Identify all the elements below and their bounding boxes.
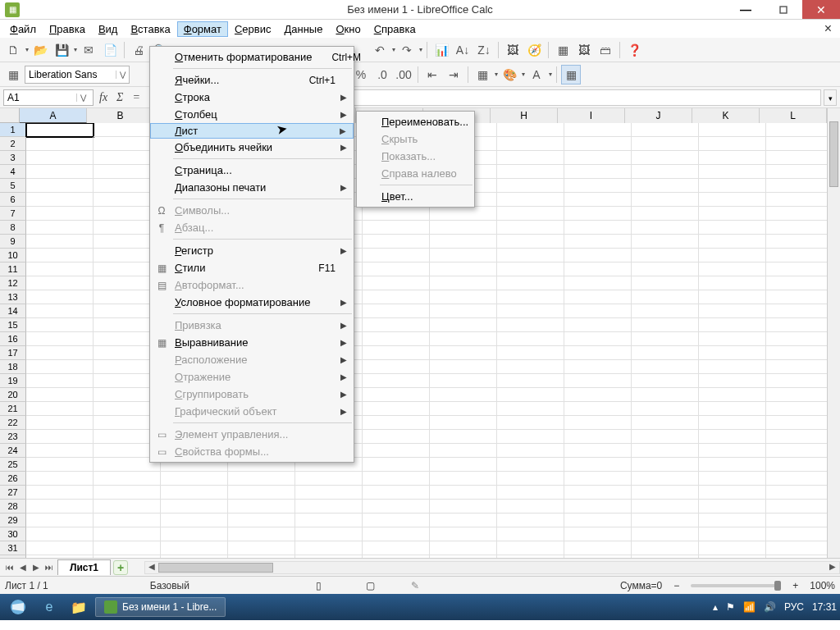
cell[interactable] bbox=[228, 500, 295, 514]
cell[interactable] bbox=[699, 514, 766, 527]
cell[interactable] bbox=[430, 262, 497, 276]
cell[interactable] bbox=[632, 458, 699, 472]
cell[interactable] bbox=[564, 416, 632, 430]
cell[interactable] bbox=[26, 249, 94, 262]
cell[interactable] bbox=[295, 514, 363, 527]
explorer-icon[interactable]: 📁 bbox=[66, 596, 92, 619]
cell[interactable] bbox=[632, 276, 699, 290]
row-header[interactable]: 22 bbox=[0, 416, 26, 430]
cell[interactable] bbox=[497, 541, 564, 555]
ie-icon[interactable]: e bbox=[36, 596, 62, 619]
cell[interactable] bbox=[26, 332, 94, 346]
cell[interactable] bbox=[699, 249, 766, 262]
cell[interactable] bbox=[564, 402, 632, 416]
cell[interactable] bbox=[497, 165, 564, 179]
cell[interactable] bbox=[26, 360, 94, 374]
cell[interactable] bbox=[26, 346, 94, 360]
cell[interactable] bbox=[699, 527, 766, 541]
cell[interactable] bbox=[632, 472, 699, 486]
cell[interactable] bbox=[564, 165, 632, 179]
cell[interactable] bbox=[632, 179, 699, 193]
cell[interactable] bbox=[497, 360, 564, 374]
tray-up-icon[interactable]: ▴ bbox=[713, 601, 718, 613]
cell[interactable] bbox=[497, 137, 564, 151]
cell[interactable] bbox=[632, 221, 699, 235]
tray-lang[interactable]: РУС bbox=[784, 601, 804, 613]
cell[interactable] bbox=[564, 221, 632, 235]
cell[interactable] bbox=[632, 262, 699, 276]
cell-ref-input[interactable] bbox=[4, 92, 76, 103]
cell[interactable] bbox=[228, 514, 295, 527]
cell[interactable] bbox=[94, 472, 161, 486]
fontcolor-icon[interactable]: A bbox=[527, 65, 546, 84]
cell[interactable] bbox=[430, 374, 497, 388]
cell[interactable] bbox=[766, 486, 827, 500]
vertical-scrollbar[interactable] bbox=[827, 108, 840, 563]
row-header[interactable]: 16 bbox=[0, 332, 26, 346]
cell[interactable] bbox=[766, 276, 827, 290]
cell[interactable] bbox=[564, 276, 632, 290]
zoom-in-icon[interactable]: + bbox=[792, 580, 798, 591]
cell[interactable] bbox=[564, 374, 632, 388]
cell[interactable] bbox=[26, 165, 94, 179]
cell[interactable] bbox=[363, 249, 430, 262]
col-header[interactable]: L bbox=[760, 108, 827, 123]
cell[interactable] bbox=[766, 137, 827, 151]
menu-item[interactable]: Столбец▶ bbox=[150, 106, 354, 123]
cell[interactable] bbox=[497, 430, 564, 444]
pdf-icon[interactable]: 📄 bbox=[100, 40, 120, 60]
cell[interactable] bbox=[363, 276, 430, 290]
cell[interactable] bbox=[497, 151, 564, 165]
email-icon[interactable]: ✉ bbox=[79, 40, 98, 60]
cell[interactable] bbox=[766, 500, 827, 514]
cell[interactable] bbox=[26, 430, 94, 444]
cell[interactable] bbox=[363, 430, 430, 444]
row-header[interactable]: 8 bbox=[0, 221, 26, 235]
open-icon[interactable]: 📂 bbox=[30, 40, 50, 60]
cell[interactable] bbox=[497, 458, 564, 472]
menu-item[interactable]: Диапазоны печати▶ bbox=[150, 179, 354, 196]
menu-item[interactable]: Страница... bbox=[150, 162, 354, 179]
cell[interactable] bbox=[26, 444, 94, 458]
cell[interactable] bbox=[363, 290, 430, 304]
cell[interactable] bbox=[564, 207, 632, 221]
equals-icon[interactable]: = bbox=[129, 91, 143, 104]
cell[interactable] bbox=[497, 249, 564, 262]
cell[interactable] bbox=[161, 486, 228, 500]
cell[interactable] bbox=[632, 486, 699, 500]
menu-формат[interactable]: Формат bbox=[177, 21, 228, 37]
row-header[interactable]: 29 bbox=[0, 514, 26, 527]
menu-item[interactable]: ▦СтилиF11 bbox=[150, 259, 354, 276]
cell[interactable] bbox=[363, 541, 430, 555]
page-style[interactable]: Базовый bbox=[150, 580, 189, 591]
sheet-tab[interactable]: Лист1 bbox=[57, 559, 111, 575]
row-header[interactable]: 23 bbox=[0, 430, 26, 444]
cell[interactable] bbox=[26, 262, 94, 276]
menu-вставка[interactable]: Вставка bbox=[124, 21, 176, 37]
cell[interactable] bbox=[430, 500, 497, 514]
cell[interactable] bbox=[363, 416, 430, 430]
cell[interactable] bbox=[564, 514, 632, 527]
cell[interactable] bbox=[699, 541, 766, 555]
cell[interactable] bbox=[430, 318, 497, 332]
row-header[interactable]: 31 bbox=[0, 541, 26, 555]
row-header[interactable]: 15 bbox=[0, 318, 26, 332]
bgcolor-icon[interactable]: 🎨 bbox=[500, 65, 519, 84]
cell[interactable] bbox=[632, 249, 699, 262]
cell[interactable] bbox=[699, 193, 766, 207]
row-header[interactable]: 27 bbox=[0, 486, 26, 500]
cell[interactable] bbox=[430, 514, 497, 527]
cell[interactable] bbox=[430, 276, 497, 290]
cell[interactable] bbox=[699, 374, 766, 388]
cell[interactable] bbox=[161, 500, 228, 514]
cell[interactable] bbox=[766, 304, 827, 318]
cell[interactable] bbox=[632, 165, 699, 179]
cell[interactable] bbox=[228, 527, 295, 541]
col-header[interactable]: A bbox=[20, 108, 87, 123]
cell[interactable] bbox=[699, 276, 766, 290]
cell[interactable] bbox=[699, 207, 766, 221]
cell[interactable] bbox=[497, 207, 564, 221]
sort-asc-icon[interactable]: A↓ bbox=[453, 40, 472, 60]
cell[interactable] bbox=[363, 262, 430, 276]
row-header[interactable]: 19 bbox=[0, 374, 26, 388]
